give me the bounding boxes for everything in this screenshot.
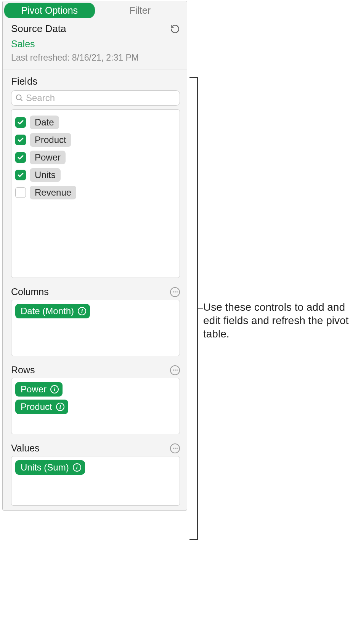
last-refreshed-label: Last refreshed: 8/16/21, 2:31 PM (11, 53, 180, 63)
field-row-units[interactable]: Units (15, 166, 176, 184)
refresh-icon[interactable] (170, 24, 180, 34)
pill-label: Units (Sum) (21, 462, 69, 473)
info-icon[interactable]: i (50, 385, 59, 393)
field-row-product[interactable]: Product (15, 131, 176, 149)
callout-text: Use these controls to add and edit field… (203, 300, 356, 340)
field-chip-product[interactable]: Product (30, 133, 71, 147)
checkbox-product[interactable] (15, 135, 26, 145)
field-chip-units[interactable]: Units (30, 168, 61, 182)
source-data-section: Source Data Sales Last refreshed: 8/16/2… (3, 21, 187, 69)
pill-power[interactable]: Power i (15, 382, 63, 397)
fields-search[interactable] (11, 90, 180, 106)
info-icon[interactable]: i (73, 463, 81, 472)
pill-product[interactable]: Product i (15, 400, 68, 414)
field-row-date[interactable]: Date (15, 114, 176, 131)
source-name: Sales (11, 39, 180, 50)
tab-bar: Pivot Options Filter (3, 1, 187, 21)
columns-dropzone[interactable]: Date (Month) i (11, 300, 180, 356)
field-chip-power[interactable]: Power (30, 151, 66, 164)
values-section: Values Units (Sum) i (3, 439, 187, 510)
checkbox-date[interactable] (15, 117, 26, 128)
pill-date-month[interactable]: Date (Month) i (15, 304, 90, 318)
tab-pivot-options[interactable]: Pivot Options (4, 3, 95, 18)
columns-title: Columns (11, 286, 49, 297)
svg-point-0 (16, 95, 21, 100)
field-row-power[interactable]: Power (15, 149, 176, 166)
callout-bracket (189, 77, 198, 540)
info-icon[interactable]: i (78, 307, 86, 315)
search-icon (15, 94, 24, 102)
checkbox-revenue[interactable] (15, 187, 26, 198)
fields-title: Fields (11, 75, 180, 87)
values-title: Values (11, 443, 40, 454)
pill-label: Date (Month) (21, 306, 74, 316)
rows-section: Rows Power i Product i (3, 361, 187, 439)
values-dropzone[interactable]: Units (Sum) i (11, 456, 180, 506)
rows-more-icon[interactable] (170, 365, 180, 375)
checkbox-power[interactable] (15, 152, 26, 163)
rows-title: Rows (11, 365, 35, 376)
field-list: Date Product Power Units Revenue (11, 109, 180, 278)
rows-dropzone[interactable]: Power i Product i (11, 378, 180, 434)
pill-units-sum[interactable]: Units (Sum) i (15, 460, 85, 475)
info-icon[interactable]: i (56, 403, 64, 411)
field-row-revenue[interactable]: Revenue (15, 184, 176, 201)
search-input[interactable] (26, 93, 176, 103)
fields-section: Fields Date Product Power (3, 69, 187, 283)
values-more-icon[interactable] (170, 443, 180, 453)
columns-section: Columns Date (Month) i (3, 283, 187, 361)
svg-line-1 (21, 99, 22, 101)
tab-filter[interactable]: Filter (95, 3, 186, 18)
pill-label: Product (21, 401, 52, 412)
pivot-options-panel: Pivot Options Filter Source Data Sales L… (2, 1, 187, 511)
checkbox-units[interactable] (15, 170, 26, 180)
field-chip-revenue[interactable]: Revenue (30, 186, 76, 199)
pill-label: Power (21, 384, 47, 395)
columns-more-icon[interactable] (170, 287, 180, 297)
source-data-title: Source Data (11, 23, 66, 35)
field-chip-date[interactable]: Date (30, 116, 59, 129)
